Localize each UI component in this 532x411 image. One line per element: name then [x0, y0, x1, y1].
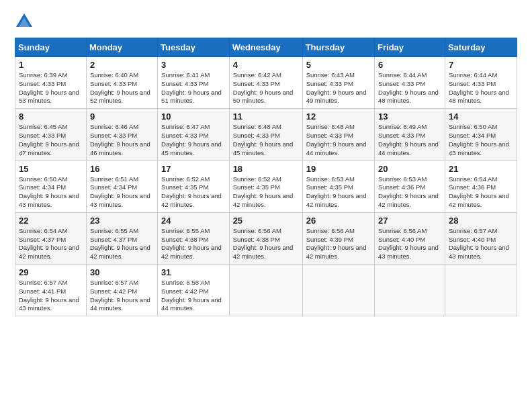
day-number: 12	[306, 111, 371, 122]
day-info: Sunrise: 6:44 AMSunset: 4:33 PMDaylight:…	[378, 71, 439, 104]
week-row-2: 8Sunrise: 6:45 AMSunset: 4:33 PMDaylight…	[15, 109, 517, 161]
week-row-3: 15Sunrise: 6:50 AMSunset: 4:34 PMDayligh…	[15, 161, 517, 212]
day-number: 29	[19, 267, 83, 277]
day-number: 26	[306, 216, 371, 226]
day-info: Sunrise: 6:41 AMSunset: 4:33 PMDaylight:…	[161, 71, 222, 104]
day-number: 7	[449, 60, 513, 70]
day-number: 8	[19, 111, 83, 122]
week-row-4: 22Sunrise: 6:54 AMSunset: 4:37 PMDayligh…	[15, 212, 517, 264]
weekday-header-row: SundayMondayTuesdayWednesdayThursdayFrid…	[15, 38, 517, 57]
day-info: Sunrise: 6:56 AMSunset: 4:38 PMDaylight:…	[233, 227, 294, 260]
day-number: 20	[378, 164, 441, 174]
week-row-5: 29Sunrise: 6:57 AMSunset: 4:41 PMDayligh…	[15, 265, 517, 316]
day-number: 13	[378, 111, 441, 122]
day-number: 2	[90, 60, 154, 70]
day-cell	[375, 265, 445, 316]
logo	[15, 12, 36, 31]
day-number: 24	[161, 216, 226, 226]
weekday-header-saturday: Saturday	[445, 38, 517, 57]
page-header	[15, 12, 517, 31]
day-info: Sunrise: 6:42 AMSunset: 4:33 PMDaylight:…	[233, 71, 294, 104]
day-cell: 15Sunrise: 6:50 AMSunset: 4:34 PMDayligh…	[15, 161, 87, 212]
day-info: Sunrise: 6:43 AMSunset: 4:33 PMDaylight:…	[306, 71, 367, 104]
day-cell: 22Sunrise: 6:54 AMSunset: 4:37 PMDayligh…	[15, 212, 87, 264]
day-cell: 20Sunrise: 6:53 AMSunset: 4:36 PMDayligh…	[375, 161, 445, 212]
day-number: 15	[19, 164, 83, 174]
weekday-header-wednesday: Wednesday	[229, 38, 302, 57]
day-info: Sunrise: 6:56 AMSunset: 4:39 PMDaylight:…	[306, 227, 367, 260]
day-cell: 10Sunrise: 6:47 AMSunset: 4:33 PMDayligh…	[158, 109, 230, 161]
day-number: 16	[90, 164, 154, 174]
day-number: 31	[161, 267, 226, 277]
day-cell	[229, 265, 302, 316]
day-info: Sunrise: 6:51 AMSunset: 4:34 PMDaylight:…	[90, 175, 150, 208]
day-info: Sunrise: 6:57 AMSunset: 4:42 PMDaylight:…	[90, 279, 150, 312]
day-cell	[302, 265, 374, 316]
day-number: 11	[233, 111, 299, 122]
day-info: Sunrise: 6:48 AMSunset: 4:33 PMDaylight:…	[233, 123, 294, 156]
day-info: Sunrise: 6:52 AMSunset: 4:35 PMDaylight:…	[161, 175, 222, 208]
day-info: Sunrise: 6:55 AMSunset: 4:37 PMDaylight:…	[90, 227, 150, 260]
day-info: Sunrise: 6:57 AMSunset: 4:41 PMDaylight:…	[19, 279, 79, 312]
day-number: 28	[449, 216, 513, 226]
day-cell: 30Sunrise: 6:57 AMSunset: 4:42 PMDayligh…	[86, 265, 157, 316]
day-cell: 1Sunrise: 6:39 AMSunset: 4:33 PMDaylight…	[15, 57, 87, 109]
day-info: Sunrise: 6:44 AMSunset: 4:33 PMDaylight:…	[449, 71, 509, 104]
day-cell: 6Sunrise: 6:44 AMSunset: 4:33 PMDaylight…	[375, 57, 445, 109]
day-info: Sunrise: 6:53 AMSunset: 4:36 PMDaylight:…	[378, 175, 439, 208]
day-info: Sunrise: 6:54 AMSunset: 4:36 PMDaylight:…	[449, 175, 509, 208]
day-info: Sunrise: 6:58 AMSunset: 4:42 PMDaylight:…	[161, 279, 222, 312]
day-info: Sunrise: 6:57 AMSunset: 4:40 PMDaylight:…	[449, 227, 509, 260]
day-number: 5	[306, 60, 371, 70]
day-cell: 5Sunrise: 6:43 AMSunset: 4:33 PMDaylight…	[302, 57, 374, 109]
day-cell: 19Sunrise: 6:53 AMSunset: 4:35 PMDayligh…	[302, 161, 374, 212]
day-info: Sunrise: 6:53 AMSunset: 4:35 PMDaylight:…	[306, 175, 367, 208]
day-cell: 17Sunrise: 6:52 AMSunset: 4:35 PMDayligh…	[158, 161, 230, 212]
day-number: 6	[378, 60, 441, 70]
day-info: Sunrise: 6:49 AMSunset: 4:33 PMDaylight:…	[378, 123, 439, 156]
day-info: Sunrise: 6:40 AMSunset: 4:33 PMDaylight:…	[90, 71, 150, 104]
day-number: 19	[306, 164, 371, 174]
day-number: 21	[449, 164, 513, 174]
day-cell: 13Sunrise: 6:49 AMSunset: 4:33 PMDayligh…	[375, 109, 445, 161]
calendar-table: SundayMondayTuesdayWednesdayThursdayFrid…	[15, 38, 517, 316]
day-number: 1	[19, 60, 83, 70]
day-cell: 9Sunrise: 6:46 AMSunset: 4:33 PMDaylight…	[86, 109, 157, 161]
day-number: 9	[90, 111, 154, 122]
day-number: 27	[378, 216, 441, 226]
day-cell: 4Sunrise: 6:42 AMSunset: 4:33 PMDaylight…	[229, 57, 302, 109]
day-info: Sunrise: 6:56 AMSunset: 4:40 PMDaylight:…	[378, 227, 439, 260]
day-cell: 7Sunrise: 6:44 AMSunset: 4:33 PMDaylight…	[445, 57, 517, 109]
day-cell: 28Sunrise: 6:57 AMSunset: 4:40 PMDayligh…	[445, 212, 517, 264]
weekday-header-sunday: Sunday	[15, 38, 87, 57]
day-cell: 31Sunrise: 6:58 AMSunset: 4:42 PMDayligh…	[158, 265, 230, 316]
day-cell: 8Sunrise: 6:45 AMSunset: 4:33 PMDaylight…	[15, 109, 87, 161]
day-number: 14	[449, 111, 513, 122]
day-info: Sunrise: 6:50 AMSunset: 4:34 PMDaylight:…	[449, 123, 509, 156]
day-number: 23	[90, 216, 154, 226]
weekday-header-tuesday: Tuesday	[158, 38, 230, 57]
day-cell: 12Sunrise: 6:48 AMSunset: 4:33 PMDayligh…	[302, 109, 374, 161]
day-number: 25	[233, 216, 299, 226]
logo-icon	[15, 12, 34, 31]
day-info: Sunrise: 6:54 AMSunset: 4:37 PMDaylight:…	[19, 227, 79, 260]
day-info: Sunrise: 6:55 AMSunset: 4:38 PMDaylight:…	[161, 227, 222, 260]
weekday-header-friday: Friday	[375, 38, 445, 57]
day-cell: 2Sunrise: 6:40 AMSunset: 4:33 PMDaylight…	[86, 57, 157, 109]
day-number: 22	[19, 216, 83, 226]
day-cell: 23Sunrise: 6:55 AMSunset: 4:37 PMDayligh…	[86, 212, 157, 264]
day-number: 17	[161, 164, 226, 174]
day-info: Sunrise: 6:45 AMSunset: 4:33 PMDaylight:…	[19, 123, 79, 156]
day-number: 18	[233, 164, 299, 174]
day-cell: 3Sunrise: 6:41 AMSunset: 4:33 PMDaylight…	[158, 57, 230, 109]
day-number: 10	[161, 111, 226, 122]
calendar-page: SundayMondayTuesdayWednesdayThursdayFrid…	[0, 0, 532, 411]
day-cell: 27Sunrise: 6:56 AMSunset: 4:40 PMDayligh…	[375, 212, 445, 264]
day-cell: 29Sunrise: 6:57 AMSunset: 4:41 PMDayligh…	[15, 265, 87, 316]
day-cell: 25Sunrise: 6:56 AMSunset: 4:38 PMDayligh…	[229, 212, 302, 264]
day-info: Sunrise: 6:47 AMSunset: 4:33 PMDaylight:…	[161, 123, 222, 156]
weekday-header-thursday: Thursday	[302, 38, 374, 57]
day-info: Sunrise: 6:39 AMSunset: 4:33 PMDaylight:…	[19, 71, 79, 104]
day-cell: 26Sunrise: 6:56 AMSunset: 4:39 PMDayligh…	[302, 212, 374, 264]
day-cell: 24Sunrise: 6:55 AMSunset: 4:38 PMDayligh…	[158, 212, 230, 264]
